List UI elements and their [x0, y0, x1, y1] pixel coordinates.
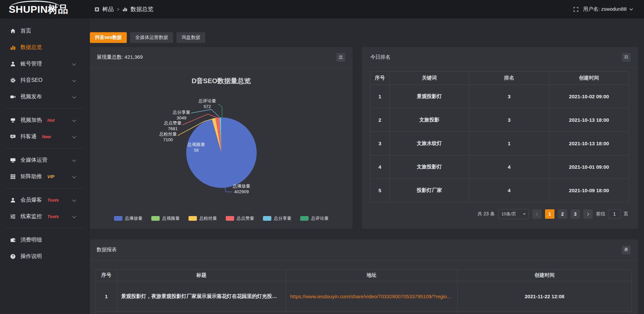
page-button-1[interactable]: 1 [545, 209, 554, 219]
sidebar-item-matrix-boost[interactable]: 矩阵助推VIP [0, 168, 89, 185]
tab-2[interactable]: 询盘数据 [176, 32, 205, 43]
goto-page-input[interactable]: 1 [608, 209, 621, 219]
column-header: 创建时间 [549, 71, 629, 85]
tab-bar: 抖音seo数据全媒体运营数据询盘数据 [90, 32, 638, 43]
legend-swatch [151, 216, 160, 221]
sidebar-item-label: 抖音SEO [20, 77, 43, 84]
sidebar-item-label: 矩阵助推 [20, 173, 42, 180]
pie-label-value: 7100 [159, 137, 177, 143]
legend-label: 总评论量 [311, 215, 329, 221]
goto-label: 前往 [596, 211, 605, 217]
column-header: 关键词 [390, 71, 469, 85]
sidebar-item-label: 账号管理 [20, 60, 42, 67]
sidebar-item-badge: New [42, 134, 51, 139]
table-row: 1景观投影灯，夜游景观投影灯厂家展示展示落花灯在花园里的灯光投影应用效果 #ht… [96, 281, 632, 312]
sidebar-item-douyin-seo[interactable]: 抖音SEO [0, 72, 89, 89]
table-cell-created [458, 312, 632, 314]
pie-label-总分享量: 总分享量3049 [173, 109, 190, 121]
table-cell: 投影灯厂家 [390, 179, 469, 202]
total-toggle-button[interactable]: 总 [336, 53, 345, 62]
user-menu[interactable]: 用户名: zswodun88 [583, 6, 633, 12]
chevron-down-icon [72, 214, 76, 218]
tab-1[interactable]: 全媒体运营数据 [130, 32, 173, 43]
table-cell: 文旅投影灯 [390, 155, 469, 179]
pie-label-line [218, 104, 222, 117]
sidebar-item-label: 数据总览 [20, 44, 42, 51]
legend-item-总粉丝量[interactable]: 总粉丝量 [189, 215, 217, 221]
table-cell-url: https://www.iesdouyin.com/share/video/70… [286, 281, 458, 312]
breadcrumb-home[interactable]: 树品 [102, 5, 114, 13]
main-content: 抖音seo数据全媒体运营数据询盘数据 展现量总数: 421,369 总 D音SE… [90, 19, 644, 314]
table-cell-url [286, 312, 458, 314]
legend-item-总播放量[interactable]: 总播放量 [114, 215, 143, 221]
sidebar-divider [5, 148, 84, 149]
page-button-3[interactable]: 3 [571, 209, 580, 219]
chart-legend: 总播放量总视频量总粉丝量总点赞量总分享量总评论量 [90, 215, 353, 221]
monitor-icon [10, 157, 16, 163]
table-cell: 2021-10-09 18:00 [549, 179, 629, 202]
legend-label: 总分享量 [274, 215, 291, 221]
fullscreen-icon[interactable] [573, 7, 579, 12]
report-header-row: 序号标题地址创建时间 [96, 270, 632, 281]
legend-item-总视频量[interactable]: 总视频量 [151, 215, 180, 221]
table-cell-index: 1 [96, 281, 117, 312]
table-cell: 3 [469, 85, 549, 108]
sidebar-item-badge: VIP [47, 174, 54, 179]
legend-label: 总视频量 [162, 215, 180, 221]
column-header: 地址 [286, 270, 458, 281]
chevron-down-icon [72, 158, 76, 162]
table-cell: 景观投影灯 [390, 85, 469, 108]
prev-page-button[interactable] [532, 209, 542, 219]
sidebar-item-account-manage[interactable]: 账号管理 [0, 56, 89, 72]
table-cell: 2021-10-13 18:00 [549, 132, 629, 155]
legend-label: 总播放量 [125, 215, 143, 221]
sidebar-item-video-heat[interactable]: 视频加热Hot [0, 112, 89, 128]
page-button-2[interactable]: 2 [558, 209, 567, 219]
caret-down-icon [523, 213, 526, 215]
goto-unit-label: 页 [624, 211, 628, 217]
breadcrumb-current[interactable]: 数据总览 [130, 5, 153, 13]
legend-item-总点赞量[interactable]: 总点赞量 [226, 215, 254, 221]
sidebar-item-clue-monitor[interactable]: 线索监控Tools [0, 208, 89, 225]
sidebar-item-video-publish[interactable]: 视频发布 [0, 89, 89, 105]
table-row: 1景观投影灯32021-10-02 09:00 [370, 85, 629, 108]
table-cell-created: 2021-11-22 12:08 [458, 281, 632, 312]
legend-item-总评论量[interactable]: 总评论量 [300, 215, 329, 221]
sidebar-item-home[interactable]: 首页 [0, 23, 89, 39]
pie-label-value: 7681 [164, 126, 181, 132]
table-row [96, 312, 632, 314]
tab-0[interactable]: 抖音seo数据 [90, 32, 127, 43]
report-panel-header: 数据报表 表 [90, 240, 638, 260]
sidebar-item-media-operation[interactable]: 全媒体运营 [0, 152, 89, 168]
sidebar-item-consumption-detail[interactable]: 消费明细 [0, 232, 89, 248]
total-count-label: 共 23 条 [478, 211, 495, 217]
user-icon [10, 61, 16, 67]
video-link[interactable]: https://www.iesdouyin.com/share/video/70… [290, 294, 451, 299]
pie-label-总播放量: 总播放量402909 [233, 183, 250, 195]
day-toggle-button[interactable]: 日 [622, 53, 631, 62]
chevron-down-icon [72, 95, 76, 98]
legend-swatch [263, 216, 271, 221]
table-cell: 4 [370, 155, 390, 179]
sidebar-item-instructions[interactable]: ?操作说明 [0, 248, 89, 265]
table-cell: 3 [469, 108, 549, 132]
legend-item-总分享量[interactable]: 总分享量 [263, 215, 291, 221]
pie-label-name: 总分享量 [173, 109, 190, 115]
table-toggle-button[interactable]: 表 [622, 246, 631, 254]
sidebar-item-member-baoke[interactable]: 会员爆客Tools [0, 192, 89, 208]
next-page-button[interactable] [583, 209, 593, 219]
sidebar-divider [5, 228, 84, 228]
video-icon [10, 94, 16, 100]
sidebar-item-douketong[interactable]: 抖客通New [0, 128, 89, 145]
table-cell: 2 [370, 108, 390, 132]
page-size-select[interactable]: 10条/页 [498, 209, 529, 219]
ranking-table-body: 1景观投影灯32021-10-02 09:002文旅投影32021-10-13 … [370, 85, 629, 202]
column-header: 序号 [370, 71, 390, 85]
sidebar-item-badge: Tools [47, 214, 59, 219]
pie-label-name: 总粉丝量 [159, 131, 177, 137]
sidebar-item-label: 线索监控 [20, 213, 42, 220]
sidebar-item-data-overview[interactable]: 数据总览 [0, 39, 89, 56]
grid-icon [10, 174, 16, 179]
chevron-right-icon [586, 212, 589, 216]
sidebar-item-label: 视频发布 [20, 93, 42, 100]
